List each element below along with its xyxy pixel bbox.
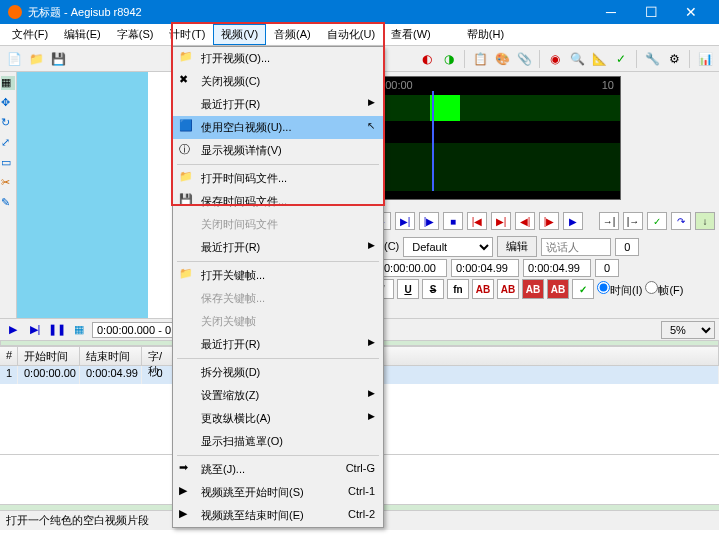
tool-icon[interactable]: ⚙ [664, 49, 684, 69]
go-button[interactable]: ↷ [671, 212, 691, 230]
tool-icon[interactable]: 🔧 [642, 49, 662, 69]
play-line-button[interactable]: |▶ [419, 212, 439, 230]
play-first-button[interactable]: ◀| [515, 212, 535, 230]
tool-icon[interactable]: 🎨 [492, 49, 512, 69]
menu-file[interactable]: 文件(F) [4, 24, 56, 45]
lead-out-button[interactable]: |→ [623, 212, 643, 230]
tool-icon[interactable]: ◐ [417, 49, 437, 69]
font-button[interactable]: fn [447, 279, 469, 299]
time-radio[interactable]: 时间(I) [597, 281, 642, 298]
color1-button[interactable]: AB [472, 279, 494, 299]
start-time-input[interactable] [379, 259, 447, 277]
menu-view[interactable]: 查看(W) [383, 24, 439, 45]
menu-recent-keyframe[interactable]: 最近打开(R)▶ [173, 333, 383, 356]
tool-icon[interactable]: ◑ [439, 49, 459, 69]
edit-style-button[interactable]: 编辑 [497, 236, 537, 257]
play-to-end-button[interactable]: ▶ [563, 212, 583, 230]
tool-icon[interactable]: 📐 [589, 49, 609, 69]
tool-icon[interactable]: ▦ [1, 76, 15, 90]
color4-button[interactable]: AB [547, 279, 569, 299]
tool-icon[interactable]: ◉ [545, 49, 565, 69]
play-line-button[interactable]: ▶| [26, 322, 44, 338]
menu-timing[interactable]: 计时(T) [161, 24, 213, 45]
menu-subtitle[interactable]: 字幕(S) [109, 24, 162, 45]
tool-icon[interactable]: ✥ [1, 96, 15, 110]
tool-icon[interactable]: ⤢ [1, 136, 15, 150]
new-button[interactable]: 📄 [4, 49, 24, 69]
stop-button[interactable]: ■ [443, 212, 463, 230]
titlebar: 无标题 - Aegisub r8942 ─ ☐ ✕ [0, 0, 719, 24]
menu-set-zoom[interactable]: 设置缩放(Z)▶ [173, 384, 383, 407]
margin-r-input[interactable] [615, 238, 639, 256]
style-select[interactable]: Default [403, 237, 493, 257]
video-menu-dropdown: 📁打开视频(O)... ✖关闭视频(C) 最近打开(R)▶ 🟦使用空白视频(U)… [172, 46, 384, 528]
play-before-button[interactable]: |◀ [467, 212, 487, 230]
commit-text-button[interactable]: ✓ [572, 279, 594, 299]
menu-video-details[interactable]: ⓘ显示视频详情(V) [173, 139, 383, 162]
cursor-icon: ↖ [367, 120, 375, 135]
menu-open-video[interactable]: 📁打开视频(O)... [173, 47, 383, 70]
maximize-button[interactable]: ☐ [631, 4, 671, 20]
margin-l-input[interactable] [595, 259, 619, 277]
grid-header-start[interactable]: 开始时间 [18, 347, 80, 365]
color2-button[interactable]: AB [497, 279, 519, 299]
actor-input[interactable] [541, 238, 611, 256]
play-selection-button[interactable]: ▶| [395, 212, 415, 230]
menu-open-timecode[interactable]: 📁打开时间码文件... [173, 167, 383, 190]
close-button[interactable]: ✕ [671, 4, 711, 20]
duration-input[interactable] [523, 259, 591, 277]
tool-icon[interactable]: 🔍 [567, 49, 587, 69]
tool-icon[interactable]: ✂ [1, 176, 15, 190]
tool-icon[interactable]: ▭ [1, 156, 15, 170]
grid-header-end[interactable]: 结束时间 [80, 347, 142, 365]
lead-in-button[interactable]: →| [599, 212, 619, 230]
end-icon: ▶ [179, 507, 193, 521]
play-after-button[interactable]: ▶| [491, 212, 511, 230]
menu-edit[interactable]: 编辑(E) [56, 24, 109, 45]
open-button[interactable]: 📁 [26, 49, 46, 69]
tool-icon[interactable]: 📋 [470, 49, 490, 69]
menu-use-dummy-video[interactable]: 🟦使用空白视频(U)...↖ [173, 116, 383, 139]
video-display[interactable] [17, 72, 148, 318]
menu-overscan-mask[interactable]: 显示扫描遮罩(O) [173, 430, 383, 453]
tool-icon[interactable]: ↻ [1, 116, 15, 130]
menu-detach-video[interactable]: 拆分视频(D) [173, 361, 383, 384]
tool-icon[interactable]: ✎ [1, 196, 15, 210]
strike-button[interactable]: S [422, 279, 444, 299]
menu-jump-to[interactable]: ➡跳至(J)...Ctrl-G [173, 458, 383, 481]
play-button[interactable]: ▶ [4, 322, 22, 338]
menu-audio[interactable]: 音频(A) [266, 24, 319, 45]
playhead[interactable] [432, 91, 434, 191]
tool-icon[interactable]: 📎 [514, 49, 534, 69]
menu-help[interactable]: 帮助(H) [459, 24, 512, 45]
menu-recent-video[interactable]: 最近打开(R)▶ [173, 93, 383, 116]
end-time-input[interactable] [451, 259, 519, 277]
menu-jump-start[interactable]: ▶视频跳至开始时间(S)Ctrl-1 [173, 481, 383, 504]
commit-button[interactable]: ✓ [647, 212, 667, 230]
tool-icon[interactable]: 📊 [695, 49, 715, 69]
menu-aspect-ratio[interactable]: 更改纵横比(A)▶ [173, 407, 383, 430]
menu-save-timecode[interactable]: 💾保存时间码文件... [173, 190, 383, 213]
frame-radio[interactable]: 帧(F) [645, 281, 683, 298]
menu-open-keyframe[interactable]: 📁打开关键帧... [173, 264, 383, 287]
audio-display[interactable]: 0:00:0010 [369, 76, 621, 200]
toggle-button[interactable]: ↓ [695, 212, 715, 230]
toggle-autoscroll-button[interactable]: ▦ [70, 322, 88, 338]
menu-automation[interactable]: 自动化(U) [319, 24, 383, 45]
menu-close-video[interactable]: ✖关闭视频(C) [173, 70, 383, 93]
save-button[interactable]: 💾 [48, 49, 68, 69]
pause-button[interactable]: ❚❚ [48, 322, 66, 338]
menu-jump-end[interactable]: ▶视频跳至结束时间(E)Ctrl-2 [173, 504, 383, 527]
zoom-select[interactable]: 5% [661, 321, 715, 339]
underline-button[interactable]: U [397, 279, 419, 299]
play-last-button[interactable]: |▶ [539, 212, 559, 230]
grid-header-num[interactable]: # [0, 347, 18, 365]
menu-recent-timecode[interactable]: 最近打开(R)▶ [173, 236, 383, 259]
tool-icon[interactable]: ✓ [611, 49, 631, 69]
minimize-button[interactable]: ─ [591, 4, 631, 20]
menu-video[interactable]: 视频(V) [213, 24, 266, 45]
right-panel: 0:00:0010 ◀ ▶ ▶| |▶ ■ |◀ ▶| ◀| |▶ ▶ →| |… [343, 72, 719, 318]
color3-button[interactable]: AB [522, 279, 544, 299]
chevron-right-icon: ▶ [368, 97, 375, 112]
menu-close-keyframe: 关闭关键帧 [173, 310, 383, 333]
